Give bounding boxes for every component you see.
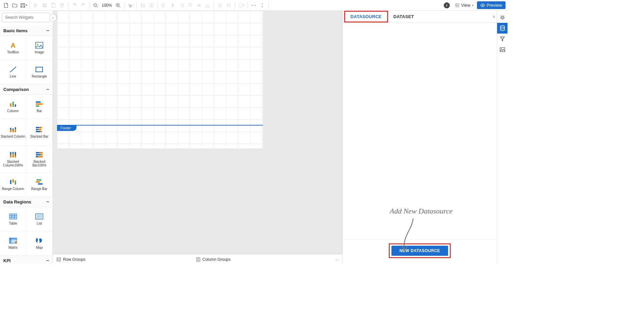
save-icon[interactable]: ▾ — [19, 1, 28, 9]
new-file-icon[interactable] — [2, 1, 10, 9]
paste-icon[interactable] — [49, 1, 57, 9]
widget-panel: ‹ Basic Items– A TextBox Image Line — [0, 11, 53, 264]
svg-point-13 — [482, 5, 483, 6]
properties-tab-icon[interactable] — [497, 12, 508, 23]
collapse-panel-button[interactable]: ‹ — [49, 14, 57, 21]
category-kpi[interactable]: KPI– — [0, 255, 53, 264]
widget-stacked-bar-100[interactable]: Stacked Bar100% — [26, 146, 53, 173]
svg-rect-36 — [36, 131, 40, 132]
distribute-h-icon[interactable] — [216, 1, 224, 9]
open-folder-icon[interactable] — [11, 1, 19, 9]
widget-stacked-bar[interactable]: Stacked Bar — [26, 119, 53, 146]
align-middle-icon[interactable] — [195, 1, 203, 9]
align-center-icon[interactable] — [169, 1, 177, 9]
widget-range-column[interactable]: Range Column — [0, 173, 26, 197]
svg-rect-23 — [36, 101, 41, 103]
align-right-icon[interactable] — [177, 1, 185, 9]
category-data-regions[interactable]: Data Regions– — [0, 197, 53, 207]
column-groups-icon — [196, 257, 201, 262]
widget-rectangle[interactable]: Rectangle — [26, 60, 53, 84]
search-widgets[interactable] — [2, 13, 51, 22]
category-comparison[interactable]: Comparison– — [0, 84, 53, 95]
widget-list[interactable]: List — [26, 207, 53, 231]
svg-rect-41 — [12, 154, 14, 157]
svg-rect-43 — [15, 155, 16, 157]
view-dropdown[interactable]: View ▾ — [452, 2, 476, 9]
svg-rect-55 — [38, 183, 43, 185]
widget-textbox[interactable]: A TextBox — [0, 36, 26, 60]
widget-line[interactable]: Line — [0, 60, 26, 84]
hint-arrow-icon — [398, 217, 418, 254]
data-panel: DATASOURCE DATASET › Add New Datasource … — [342, 11, 497, 264]
svg-rect-32 — [36, 127, 39, 128]
align-group-2-icon[interactable] — [148, 1, 156, 9]
svg-rect-31 — [15, 127, 16, 129]
svg-rect-22 — [15, 104, 16, 107]
report-page[interactable]: Footer — [57, 11, 263, 148]
image-manager-tab-icon[interactable] — [497, 44, 508, 55]
widget-matrix[interactable]: Matrix — [0, 231, 26, 255]
svg-rect-24 — [36, 103, 43, 105]
svg-rect-19 — [36, 67, 43, 72]
svg-rect-29 — [12, 129, 14, 130]
svg-rect-37 — [40, 131, 42, 132]
svg-rect-50 — [10, 180, 11, 184]
align-top-icon[interactable] — [186, 1, 194, 9]
widget-bar[interactable]: Bar — [26, 95, 53, 119]
column-groups[interactable]: Column Groups — [196, 257, 335, 262]
align-group-1-icon[interactable] — [139, 1, 147, 9]
zoom-level: 100% — [100, 3, 113, 8]
redo-icon[interactable] — [79, 1, 87, 9]
row-groups-icon — [56, 257, 61, 262]
canvas-scroll[interactable]: Footer — [53, 11, 342, 254]
data-panel-tabs: DATASOURCE DATASET › — [343, 11, 497, 23]
preview-button[interactable]: Preview — [477, 1, 505, 9]
svg-rect-25 — [36, 105, 39, 107]
align-left-icon[interactable] — [160, 1, 168, 9]
align-bottom-icon[interactable] — [204, 1, 212, 9]
preview-label: Preview — [487, 3, 502, 8]
widget-table[interactable]: Table — [0, 207, 26, 231]
footer-section-label[interactable]: Footer — [57, 125, 76, 131]
widget-image[interactable]: Image — [26, 36, 53, 60]
zoom-in-icon[interactable] — [114, 1, 122, 9]
svg-rect-27 — [10, 128, 11, 130]
cut-icon[interactable] — [32, 1, 40, 9]
zoom-out-icon[interactable] — [92, 1, 100, 9]
svg-rect-21 — [12, 102, 14, 107]
search-input[interactable] — [5, 15, 55, 20]
delete-icon[interactable] — [58, 1, 66, 9]
size-h-icon[interactable] — [250, 1, 258, 9]
category-basic-items[interactable]: Basic Items– — [0, 26, 53, 36]
selection-icon[interactable]: ▾ — [237, 1, 245, 9]
undo-icon[interactable] — [70, 1, 78, 9]
svg-rect-56 — [9, 214, 17, 219]
widget-stacked-column[interactable]: Stacked Column — [0, 119, 26, 146]
svg-point-68 — [15, 241, 17, 243]
tab-dataset[interactable]: DATASET — [388, 11, 420, 22]
data-tab-icon[interactable] — [497, 23, 508, 34]
tab-datasource[interactable]: DATASOURCE — [344, 11, 388, 22]
data-panel-footer: NEW DATASOURCE — [343, 239, 497, 264]
send-back-icon[interactable]: ▾ — [126, 1, 135, 9]
data-panel-body: Add New Datasource — [343, 23, 497, 239]
svg-rect-3 — [44, 4, 46, 7]
expand-groups-icon[interactable]: ︽ — [335, 256, 339, 262]
svg-rect-47 — [36, 154, 41, 155]
parameters-tab-icon[interactable] — [497, 34, 508, 44]
copy-icon[interactable] — [41, 1, 49, 9]
svg-rect-9 — [129, 5, 132, 7]
size-v-icon[interactable] — [258, 1, 266, 9]
widget-map[interactable]: Map — [26, 231, 53, 255]
widget-stacked-column-100[interactable]: Stacked Column100% — [0, 146, 26, 173]
collapse-right-icon[interactable]: › — [493, 13, 495, 19]
distribute-v-icon[interactable] — [225, 1, 233, 9]
svg-rect-77 — [500, 48, 505, 52]
widget-range-bar[interactable]: Range Bar — [26, 173, 53, 197]
svg-rect-26 — [10, 130, 11, 132]
row-groups[interactable]: Row Groups — [56, 257, 196, 262]
info-icon[interactable]: i — [444, 2, 450, 8]
canvas-area: Footer Row Groups Column Groups ︽ — [53, 11, 342, 264]
svg-rect-72 — [196, 257, 200, 261]
widget-column[interactable]: Column — [0, 95, 26, 119]
